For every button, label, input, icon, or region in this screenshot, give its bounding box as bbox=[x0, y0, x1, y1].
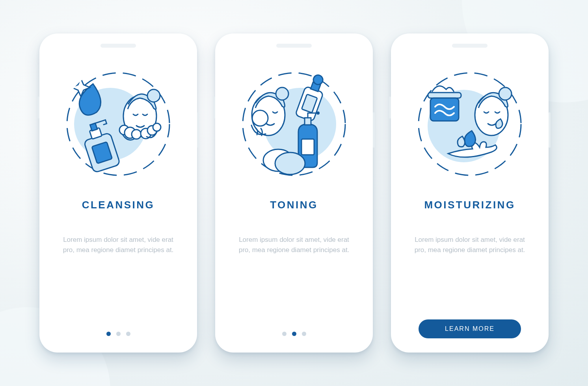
svg-line-25 bbox=[334, 74, 340, 79]
svg-line-27 bbox=[328, 68, 329, 74]
phone-notch bbox=[276, 44, 312, 48]
svg-rect-29 bbox=[305, 118, 311, 125]
onboarding-screen-3: MOISTURIZING Lorem ipsum dolor sit amet,… bbox=[391, 33, 549, 353]
phone-notch bbox=[452, 44, 488, 48]
svg-point-7 bbox=[132, 130, 141, 139]
phone-notch bbox=[100, 44, 136, 48]
dot-1[interactable] bbox=[282, 332, 287, 336]
onboarding-screens: CLEANSING Lorem ipsum dolor sit amet, vi… bbox=[39, 33, 549, 353]
onboarding-screen-1: CLEANSING Lorem ipsum dolor sit amet, vi… bbox=[39, 33, 197, 353]
learn-more-button[interactable]: LEARN MORE bbox=[419, 319, 521, 338]
screen-description: Lorem ipsum dolor sit amet, vide erat pr… bbox=[411, 235, 529, 255]
dot-2[interactable] bbox=[292, 332, 296, 336]
moisturizing-icon bbox=[411, 65, 529, 183]
svg-rect-39 bbox=[430, 98, 459, 121]
phone-side-button bbox=[197, 112, 199, 148]
toning-icon bbox=[235, 65, 353, 183]
svg-line-26 bbox=[338, 85, 346, 86]
phone-side-button bbox=[37, 96, 39, 119]
cleansing-icon bbox=[59, 65, 177, 183]
screen-description: Lorem ipsum dolor sit amet, vide erat pr… bbox=[235, 235, 353, 255]
phone-side-button bbox=[389, 96, 391, 119]
svg-rect-28 bbox=[301, 139, 314, 155]
screen-title: CLEANSING bbox=[82, 199, 155, 211]
svg-point-30 bbox=[316, 111, 320, 115]
dot-2[interactable] bbox=[116, 332, 121, 336]
screen-title: MOISTURIZING bbox=[424, 199, 515, 211]
dot-1[interactable] bbox=[106, 332, 111, 336]
svg-point-4 bbox=[147, 89, 160, 102]
svg-point-10 bbox=[153, 123, 161, 131]
phone-side-button bbox=[213, 96, 215, 119]
phone-side-button bbox=[549, 112, 551, 148]
page-indicator bbox=[215, 332, 373, 336]
svg-point-19 bbox=[276, 87, 288, 100]
svg-point-32 bbox=[275, 152, 305, 174]
svg-point-37 bbox=[499, 87, 512, 100]
dot-3[interactable] bbox=[126, 332, 130, 336]
onboarding-screen-2: TONING Lorem ipsum dolor sit amet, vide … bbox=[215, 33, 373, 353]
screen-description: Lorem ipsum dolor sit amet, vide erat pr… bbox=[59, 235, 177, 255]
phone-side-button bbox=[373, 112, 375, 148]
dot-3[interactable] bbox=[302, 332, 306, 336]
page-indicator bbox=[39, 332, 197, 336]
svg-rect-38 bbox=[428, 93, 461, 98]
screen-title: TONING bbox=[270, 199, 318, 211]
svg-point-20 bbox=[252, 110, 268, 126]
